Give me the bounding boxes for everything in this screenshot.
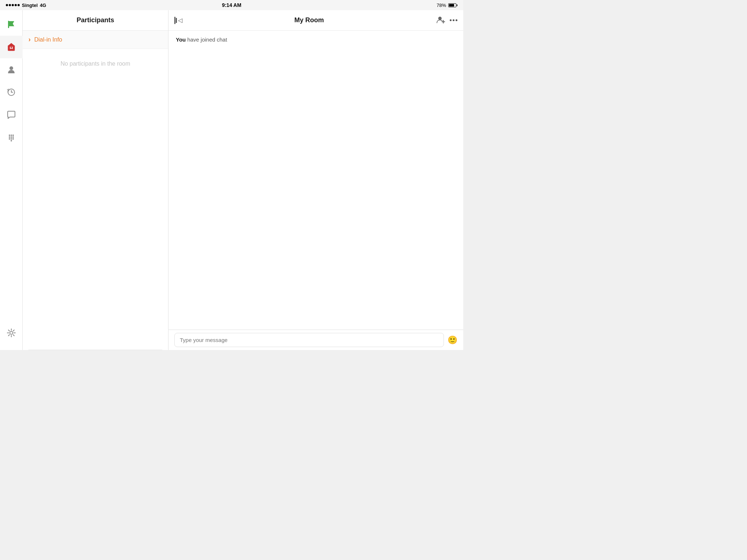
sidebar-item-settings[interactable]	[0, 322, 23, 344]
carrier-text: Singtel	[22, 3, 38, 8]
collapse-icon: ◁	[174, 17, 182, 24]
svg-point-17	[10, 331, 13, 334]
status-bar-right: 78%	[437, 3, 457, 8]
chat-header-actions	[436, 15, 457, 26]
system-message-rest: have joined chat	[186, 36, 227, 43]
svg-point-11	[11, 136, 12, 138]
sidebar	[0, 10, 23, 350]
add-person-icon	[436, 15, 445, 24]
sidebar-item-flag[interactable]	[0, 13, 23, 36]
svg-point-18	[438, 16, 442, 20]
sidebar-item-home[interactable]	[0, 36, 23, 58]
battery-percentage: 78%	[437, 3, 446, 8]
system-message-bold: You	[176, 36, 186, 43]
chat-room-title: My Room	[182, 16, 436, 24]
dial-in-info-row[interactable]: › Dial-in Info	[23, 31, 168, 49]
svg-point-8	[11, 135, 12, 136]
network-type: 4G	[40, 3, 46, 8]
svg-point-15	[12, 138, 14, 140]
status-bar-time: 9:14 AM	[222, 2, 241, 8]
chat-header-left: ◁	[174, 17, 182, 24]
chat-input-container: 🙂	[169, 330, 463, 350]
history-icon	[6, 87, 16, 97]
sidebar-item-history[interactable]	[0, 81, 23, 104]
add-participant-button[interactable]	[436, 15, 445, 26]
participants-divider	[28, 350, 162, 350]
svg-point-13	[9, 138, 10, 140]
chat-messages: You have joined chat	[169, 31, 463, 330]
settings-icon	[6, 328, 16, 338]
svg-point-16	[11, 140, 12, 141]
svg-point-7	[9, 135, 10, 136]
svg-point-14	[11, 138, 12, 140]
svg-point-5	[9, 66, 13, 70]
battery-icon	[448, 3, 457, 7]
dial-in-chevron-icon: ›	[28, 36, 31, 43]
svg-point-10	[9, 136, 10, 138]
emoji-button[interactable]: 🙂	[448, 335, 457, 345]
participants-content: › Dial-in Info No participants in the ro…	[23, 31, 168, 240]
flag-icon	[6, 19, 16, 30]
home-icon	[6, 42, 16, 52]
participants-panel: Participants › Dial-in Info No participa…	[23, 10, 169, 350]
person-icon	[6, 65, 16, 75]
svg-point-12	[12, 136, 14, 138]
sidebar-item-person[interactable]	[0, 58, 23, 81]
chat-message-input[interactable]	[174, 333, 444, 347]
dialpad-icon	[6, 132, 16, 143]
system-message: You have joined chat	[176, 36, 456, 43]
participants-title: Participants	[77, 16, 114, 24]
status-bar-left: Singtel 4G	[6, 3, 46, 8]
chat-icon	[6, 110, 16, 120]
sidebar-item-chat[interactable]	[0, 104, 23, 126]
svg-marker-2	[8, 43, 15, 46]
chat-panel: ◁ My Room	[169, 10, 463, 350]
dial-in-label: Dial-in Info	[34, 36, 62, 43]
participants-header: Participants	[23, 10, 168, 31]
collapse-panel-button[interactable]: ◁	[174, 17, 182, 24]
chat-header: ◁ My Room	[169, 10, 463, 31]
no-participants-message: No participants in the room	[23, 49, 168, 79]
svg-point-9	[12, 135, 14, 136]
app-container: Participants › Dial-in Info No participa…	[0, 10, 463, 350]
status-bar: Singtel 4G 9:14 AM 78%	[0, 0, 463, 10]
more-options-button[interactable]	[450, 19, 457, 21]
svg-point-4	[11, 47, 12, 48]
sidebar-item-dialpad[interactable]	[0, 126, 23, 149]
svg-rect-0	[8, 21, 9, 28]
signal-dots	[6, 4, 20, 6]
three-dots-icon	[450, 19, 457, 21]
